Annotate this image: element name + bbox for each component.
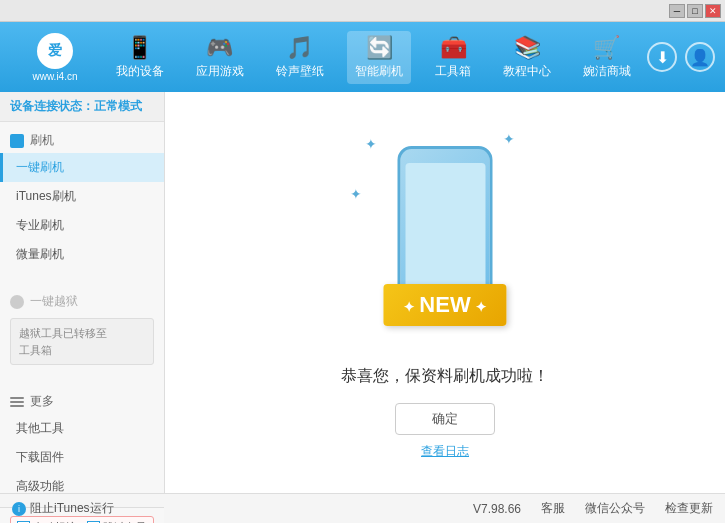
check-update-link[interactable]: 检查更新	[665, 500, 713, 517]
jailbreak-header: 一键越狱	[0, 289, 164, 314]
more-icon	[10, 397, 24, 407]
nav-smart-flash[interactable]: 🔄 智能刷机	[347, 31, 411, 84]
connection-status: 设备连接状态：正常模式	[0, 92, 164, 122]
nav-my-device-label: 我的设备	[116, 63, 164, 80]
nav-toolbox-label: 工具箱	[435, 63, 471, 80]
toolbox-icon: 🧰	[440, 35, 467, 61]
more-label: 更多	[30, 393, 54, 410]
nav-tutorial-label: 教程中心	[503, 63, 551, 80]
nav-apps-games[interactable]: 🎮 应用游戏	[188, 31, 252, 84]
nav-ringtone-label: 铃声壁纸	[276, 63, 324, 80]
apps-games-icon: 🎮	[206, 35, 233, 61]
logo: 爱 www.i4.cn	[10, 33, 100, 82]
phone-screen	[405, 163, 485, 289]
nav-tutorial[interactable]: 📚 教程中心	[495, 31, 559, 84]
sparkle-2: ✦	[503, 131, 515, 147]
diary-link[interactable]: 查看日志	[421, 443, 469, 460]
jailbreak-note-text: 越狱工具已转移至 工具箱	[19, 327, 107, 356]
tutorial-icon: 📚	[514, 35, 541, 61]
download-btn[interactable]: ⬇	[647, 42, 677, 72]
main-area: 设备连接状态：正常模式 刷机 一键刷机 iTunes刷机 专业刷机 微量刷机	[0, 92, 725, 493]
sparkle-3: ✦	[350, 186, 362, 202]
wanjia-icon: 🛒	[593, 35, 620, 61]
nav-my-device[interactable]: 📱 我的设备	[108, 31, 172, 84]
nav-apps-games-label: 应用游戏	[196, 63, 244, 80]
sidebar-item-advanced[interactable]: 高级功能	[0, 472, 164, 501]
logo-subtitle: www.i4.cn	[32, 71, 77, 82]
confirm-button[interactable]: 确定	[395, 403, 495, 435]
flash-section-icon	[10, 134, 24, 148]
nav-wanjia-label: 婉洁商城	[583, 63, 631, 80]
minimize-btn[interactable]: ─	[669, 4, 685, 18]
status-value: 正常模式	[94, 99, 142, 113]
nav-wanjia-store[interactable]: 🛒 婉洁商城	[575, 31, 639, 84]
logo-icon: 爱	[37, 33, 73, 69]
wechat-link[interactable]: 微信公众号	[585, 500, 645, 517]
flash-section-header: 刷机	[0, 128, 164, 153]
top-nav: 爱 www.i4.cn 📱 我的设备 🎮 应用游戏 🎵 铃声壁纸 🔄 智能刷机 …	[0, 22, 725, 92]
bottom-right: V7.98.66 客服 微信公众号 检查更新	[473, 500, 713, 517]
more-section: 更多 其他工具 下载固件 高级功能	[0, 383, 164, 507]
status-label: 设备连接状态：	[10, 99, 94, 113]
sidebar: 设备连接状态：正常模式 刷机 一键刷机 iTunes刷机 专业刷机 微量刷机	[0, 92, 165, 493]
nav-right-buttons: ⬇ 👤	[647, 42, 715, 72]
title-bar: ─ □ ✕	[0, 0, 725, 22]
version-label: V7.98.66	[473, 502, 521, 516]
flash-section-label: 刷机	[30, 132, 54, 149]
smart-flash-icon: 🔄	[366, 35, 393, 61]
itunes-label[interactable]: 阻止iTunes运行	[30, 500, 114, 517]
nav-smart-flash-label: 智能刷机	[355, 63, 403, 80]
user-btn[interactable]: 👤	[685, 42, 715, 72]
close-btn[interactable]: ✕	[705, 4, 721, 18]
flash-section: 刷机 一键刷机 iTunes刷机 专业刷机 微量刷机	[0, 122, 164, 275]
itunes-icon: i	[12, 502, 26, 516]
jailbreak-icon	[10, 295, 24, 309]
nav-toolbox[interactable]: 🧰 工具箱	[427, 31, 479, 84]
nav-ringtone[interactable]: 🎵 铃声壁纸	[268, 31, 332, 84]
sparkle-1: ✦	[365, 136, 377, 152]
sidebar-item-other-tools[interactable]: 其他工具	[0, 414, 164, 443]
new-ribbon: NEW	[383, 284, 506, 326]
my-device-icon: 📱	[126, 35, 153, 61]
customer-service-link[interactable]: 客服	[541, 500, 565, 517]
sidebar-item-pro-flash[interactable]: 专业刷机	[0, 211, 164, 240]
maximize-btn[interactable]: □	[687, 4, 703, 18]
sidebar-item-micro-flash[interactable]: 微量刷机	[0, 240, 164, 269]
success-text: 恭喜您，保资料刷机成功啦！	[341, 366, 549, 387]
jailbreak-section: 一键越狱 越狱工具已转移至 工具箱	[0, 283, 164, 375]
content-area: ✦ ✦ ✦ NEW 恭喜您，保资料刷机成功啦！ 确定 查看日志	[165, 92, 725, 493]
nav-items: 📱 我的设备 🎮 应用游戏 🎵 铃声壁纸 🔄 智能刷机 🧰 工具箱 📚 教程中心…	[100, 31, 647, 84]
bottom-left: i 阻止iTunes运行	[12, 500, 114, 517]
sidebar-item-download-firmware[interactable]: 下载固件	[0, 443, 164, 472]
sidebar-item-one-click-flash[interactable]: 一键刷机	[0, 153, 164, 182]
sidebar-item-itunes-flash[interactable]: iTunes刷机	[0, 182, 164, 211]
jailbreak-label: 一键越狱	[30, 293, 78, 310]
ringtone-icon: 🎵	[286, 35, 313, 61]
more-section-header: 更多	[0, 389, 164, 414]
success-illustration: ✦ ✦ ✦ NEW	[345, 126, 545, 346]
checkboxes-row: 自动根流 跳过向导	[10, 516, 154, 523]
jailbreak-note: 越狱工具已转移至 工具箱	[10, 318, 154, 365]
